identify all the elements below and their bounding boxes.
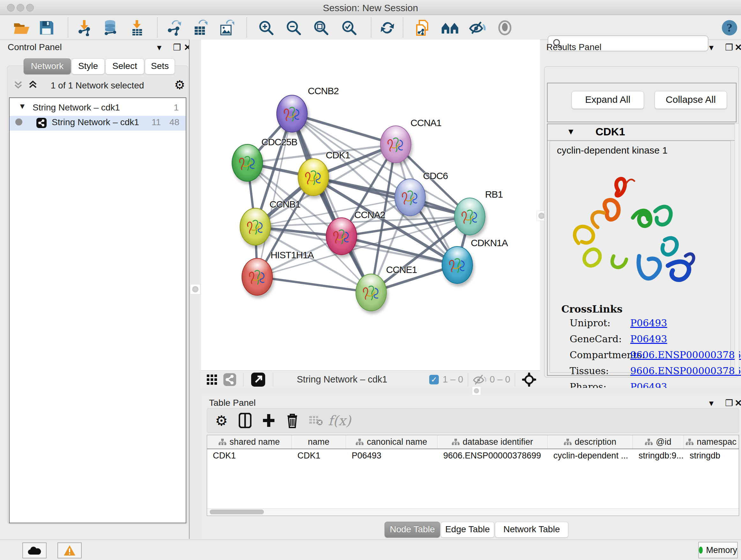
tab-select[interactable]: Select (105, 58, 144, 74)
open-session-button[interactable] (13, 19, 30, 37)
zoom-out-button[interactable] (285, 19, 302, 37)
network-node-CCNB1[interactable] (240, 208, 271, 246)
gene-section-header[interactable]: ▼ CDK1 (548, 124, 736, 141)
collapse-all-button[interactable]: Collapse All (655, 91, 727, 109)
collection-count: 1 (174, 103, 179, 113)
tab-network[interactable]: Network (23, 58, 71, 74)
open-session-icon (13, 21, 30, 35)
column-header[interactable]: @id (633, 435, 684, 449)
toolbar-separator (371, 17, 372, 37)
tab-edge-table[interactable]: Edge Table (441, 522, 494, 538)
network-node-CCNE1[interactable] (355, 273, 387, 311)
import-network-button[interactable] (75, 19, 93, 37)
table-panel-close-icon[interactable]: ✕ (735, 398, 741, 408)
refresh-button[interactable] (379, 19, 396, 37)
table-hscrollbar[interactable] (207, 508, 739, 516)
import-database-button[interactable] (102, 19, 119, 37)
window-title: Session: New Session (0, 3, 741, 13)
network-node-CDK1[interactable] (298, 159, 329, 196)
export-table-button[interactable] (191, 19, 209, 37)
tab-node-table[interactable]: Node Table (385, 522, 440, 538)
network-options-gear-icon[interactable]: ⚙ (174, 78, 185, 92)
help-button[interactable]: ? (721, 19, 738, 37)
network-node-CDC25B[interactable] (232, 144, 263, 182)
tab-sets[interactable]: Sets (145, 58, 175, 74)
collapse-all-networks-icon[interactable] (13, 79, 23, 91)
column-header[interactable]: canonical name (346, 435, 437, 449)
hide-selected-icon (469, 20, 486, 36)
show-all-button[interactable] (496, 19, 514, 37)
section-collapse-icon[interactable]: ▼ (567, 127, 575, 137)
network-node-CCNA1[interactable] (380, 125, 411, 163)
column-header[interactable]: description (548, 435, 633, 449)
network-tree: ▼ String Network – cdk1 1 String Network… (9, 98, 186, 523)
expand-all-networks-icon[interactable] (27, 79, 38, 91)
import-table-button[interactable] (128, 19, 146, 37)
column-header[interactable]: namespac (684, 435, 739, 449)
results-panel: Expand All Collapse All ▼ CDK1 cyclin-de… (544, 66, 739, 377)
table-panel-collapse-icon[interactable]: ▾ (709, 398, 714, 408)
cloud-status-button[interactable] (22, 543, 47, 558)
results-panel-close-icon[interactable]: ✕ (735, 42, 741, 53)
horizontal-splitter-grip[interactable] (472, 386, 481, 395)
results-panel-collapse-icon[interactable]: ▾ (709, 42, 714, 53)
column-type-icon (564, 438, 571, 445)
network-collection-row[interactable]: ▼ String Network – cdk1 1 (10, 101, 186, 116)
copy-network-button[interactable] (414, 19, 431, 37)
birds-eye-button[interactable] (520, 369, 539, 390)
column-header[interactable]: name (292, 435, 346, 449)
zoom-in-button[interactable] (257, 19, 275, 37)
hide-selected-button[interactable] (468, 19, 486, 37)
network-node-HIST1H1A[interactable] (242, 258, 273, 296)
zoom-selected-icon (341, 20, 357, 36)
detach-view-button[interactable] (248, 369, 268, 390)
crosslinks-title: CrossLinks (561, 303, 623, 315)
tab-style[interactable]: Style (71, 58, 105, 74)
memory-button[interactable]: Memory (698, 542, 738, 558)
add-column-button[interactable] (257, 410, 280, 431)
crosslink-link[interactable]: 9606.ENSP00000378699 (630, 349, 741, 361)
control-panel-collapse-icon[interactable]: ▾ (157, 42, 161, 53)
crosslink-link[interactable]: P06493 (630, 333, 667, 345)
first-neighbors-button[interactable] (441, 19, 459, 37)
network-node-CDKN1A[interactable] (442, 246, 473, 284)
crosslink-link[interactable]: 9606.ENSP00000378699 (630, 365, 741, 376)
grid-view-button[interactable] (203, 369, 221, 390)
export-network-button[interactable] (165, 19, 183, 37)
results-panel-float-icon[interactable]: ❐ (725, 42, 733, 53)
results-scrollbar[interactable] (735, 123, 739, 374)
control-panel-float-icon[interactable]: ❐ (173, 42, 181, 53)
network-node-RB1[interactable] (454, 198, 485, 235)
node-label-CCNA1: CCNA1 (410, 118, 441, 128)
horizontal-splitter[interactable] (201, 388, 741, 394)
delete-column-button[interactable] (280, 410, 304, 431)
export-image-button[interactable] (218, 19, 235, 37)
column-header[interactable]: database identifier (437, 435, 548, 449)
delete-table-button[interactable] (304, 410, 328, 431)
zoom-selected-button[interactable] (340, 19, 358, 37)
column-header[interactable]: shared name (207, 435, 292, 449)
left-splitter-grip[interactable] (190, 284, 200, 294)
network-node-CDC6[interactable] (394, 179, 426, 216)
show-columns-button[interactable] (233, 410, 257, 431)
network-view-button[interactable] (221, 369, 239, 390)
function-builder-button[interactable]: f(x) (328, 410, 351, 431)
hscrollbar-thumb[interactable] (210, 509, 264, 514)
expand-all-button[interactable]: Expand All (571, 91, 644, 109)
table-options-button[interactable]: ⚙ (210, 410, 233, 431)
main-toolbar: ? (0, 15, 741, 40)
network-node-CCNA2[interactable] (326, 217, 357, 255)
table-row[interactable]: CDK1CDK1P064939606.ENSP00000378699cyclin… (207, 449, 739, 462)
crosslink-link[interactable]: P06493 (630, 317, 667, 328)
tab-network-table[interactable]: Network Table (495, 522, 568, 538)
zoom-fit-button[interactable] (312, 19, 330, 37)
network-node-CCNB2[interactable] (276, 95, 308, 132)
save-session-button[interactable] (38, 19, 56, 37)
warning-status-button[interactable] (57, 543, 82, 558)
network-row-selected[interactable]: String Network – cdk1 11 48 (10, 116, 186, 131)
collection-expand-icon[interactable]: ▼ (18, 102, 26, 111)
node-label-RB1: RB1 (485, 189, 502, 200)
selected-checkbox[interactable]: ✓ (429, 375, 439, 384)
table-panel-float-icon[interactable]: ❐ (725, 398, 733, 408)
network-canvas[interactable]: CCNB2 CCNA1 CDC25B CDK1 CDC6 RB1 CCNB1 C… (201, 40, 540, 370)
